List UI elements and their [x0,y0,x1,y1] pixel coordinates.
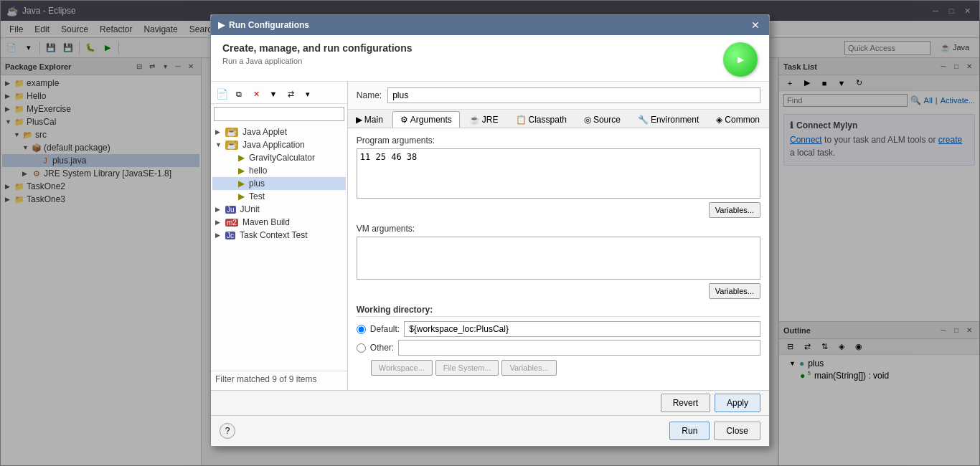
help-button[interactable]: ? [220,423,235,439]
footer-right: Run Close [669,422,760,440]
tab-source[interactable]: ◎ Source [576,111,628,128]
config-test[interactable]: ▶ Test [212,190,346,203]
config-label-task: Task Context Test [240,230,308,240]
config-java-application[interactable]: ▼ ☕ Java Application [212,138,346,151]
program-args-label: Program arguments: [357,135,760,146]
default-dir-input[interactable] [404,321,760,337]
task-icon: Jc [225,232,235,239]
filter-config-button[interactable]: ▼ [265,86,281,102]
main-tab-icon: ▶ [356,115,362,125]
config-label-applet: Java Applet [242,127,287,137]
delete-config-button[interactable]: ✕ [248,86,264,102]
run-icon: ▶ [723,42,758,77]
name-input[interactable] [387,87,760,103]
run-icon-hello: ▶ [238,166,245,176]
tab-common[interactable]: ◈ Common [708,111,768,128]
config-task-context[interactable]: ▶ Jc Task Context Test [212,229,346,242]
default-dir-row: Default: [357,321,760,337]
dialog-header-subtitle: Run a Java application [222,57,413,65]
working-dir-group: Working directory: Default: Other: [357,305,760,376]
run-configurations-dialog: ▶ Run Configurations ✕ Create, manage, a… [210,14,770,447]
source-tab-icon: ◎ [584,115,591,125]
config-footer: Filter matched 9 of 9 items [211,371,347,387]
config-gravity[interactable]: ▶ GravityCalculator [212,151,346,164]
common-tab-label: Common [725,115,760,125]
vm-args-variables-button[interactable]: Variables... [709,283,760,299]
args-tab-label: Arguments [410,115,452,125]
config-label-app: Java Application [242,140,305,150]
dialog-close-button[interactable]: ✕ [749,19,762,32]
close-button[interactable]: Close [714,422,760,440]
revert-button[interactable]: Revert [661,394,710,412]
config-toolbar: 📄 ⧉ ✕ ▼ ⇄ ▾ [211,85,347,104]
jre-tab-icon: ☕ [469,115,480,125]
default-radio[interactable] [357,325,366,334]
config-label-gravity: GravityCalculator [249,153,315,163]
dialog-apply-row: Revert Apply [211,390,769,415]
config-search-input[interactable] [214,107,344,121]
config-junit[interactable]: ▶ Ju JUnit [212,203,346,216]
config-tree-panel: 📄 ⧉ ✕ ▼ ⇄ ▾ ▶ ☕ Java Applet ▼ [211,82,348,390]
new-config-button[interactable]: 📄 [214,86,230,102]
workspace-button[interactable]: Workspace... [371,360,433,376]
config-hello[interactable]: ▶ hello [212,164,346,177]
config-tree: ▶ ☕ Java Applet ▼ ☕ Java Application ▶ G… [211,124,347,371]
config-label-maven: Maven Build [242,217,290,227]
program-args-variables-button[interactable]: Variables... [709,202,760,218]
maven-icon: m2 [225,219,238,227]
args-tab-icon: ⚙ [400,115,408,125]
other-label: Other: [370,343,394,353]
more-config-button[interactable]: ▾ [300,86,316,102]
dialog-title-bar: ▶ Run Configurations ✕ [211,15,769,35]
dialog-title: ▶ Run Configurations [218,20,309,30]
config-arrow-junit: ▶ [215,206,222,213]
dialog-header: Create, manage, and run configurations R… [211,35,769,82]
config-maven[interactable]: ▶ m2 Maven Build [212,216,346,229]
config-tabs: ▶ Main ⚙ Arguments ☕ JRE 📋 Classpath [348,110,769,128]
dialog-title-text: Run Configurations [229,20,309,30]
tab-arguments[interactable]: ⚙ Arguments [392,111,460,128]
dialog-title-icon: ▶ [218,20,225,30]
config-plus[interactable]: ▶ plus [212,177,346,190]
vm-args-textarea[interactable] [357,237,760,280]
dir-variables-button[interactable]: Variables... [501,360,556,376]
config-arrow-app: ▼ [215,141,222,148]
classpath-tab-icon: 📋 [516,115,527,125]
tab-jre[interactable]: ☕ JRE [461,111,507,128]
junit-icon: Ju [225,206,236,214]
config-label-plus: plus [249,179,265,189]
filesystem-button[interactable]: File System... [435,360,499,376]
name-row: Name: [348,82,769,110]
tab-classpath[interactable]: 📋 Classpath [508,111,575,128]
duplicate-config-button[interactable]: ⧉ [231,86,247,102]
config-java-applet[interactable]: ▶ ☕ Java Applet [212,125,346,138]
dialog-header-text: Create, manage, and run configurations R… [222,42,413,65]
config-arrow-maven: ▶ [215,219,222,226]
vm-args-group: VM arguments: Variables... [357,224,760,282]
tab-environment[interactable]: 🔧 Environment [630,111,707,128]
run-icon-gravity: ▶ [238,153,245,163]
link-config-button[interactable]: ⇄ [283,86,298,102]
run-icon-test: ▶ [238,191,245,201]
other-dir-row: Other: [357,340,760,356]
env-tab-icon: 🔧 [638,115,649,125]
config-detail-panel: Name: ▶ Main ⚙ Arguments ☕ JRE [348,82,769,390]
jre-tab-label: JRE [482,115,499,125]
dialog-header-title: Create, manage, and run configurations [222,42,413,54]
name-label: Name: [357,90,382,100]
apply-button[interactable]: Apply [715,394,760,412]
run-button[interactable]: Run [669,422,710,440]
dialog-footer: ? Run Close [211,415,769,446]
other-dir-input[interactable] [398,340,760,356]
env-tab-label: Environment [651,115,699,125]
run-icon-triangle: ▶ [738,54,744,65]
tab-main[interactable]: ▶ Main [348,111,391,128]
vm-args-label: VM arguments: [357,224,760,234]
other-radio[interactable] [357,343,366,353]
run-icon-plus: ▶ [238,179,245,189]
config-label-hello: hello [249,166,267,176]
footer-left: ? [220,423,235,439]
working-dir-title: Working directory: [357,305,760,317]
source-tab-label: Source [593,115,621,125]
program-args-textarea[interactable]: 11 25 46 38 [357,148,760,199]
